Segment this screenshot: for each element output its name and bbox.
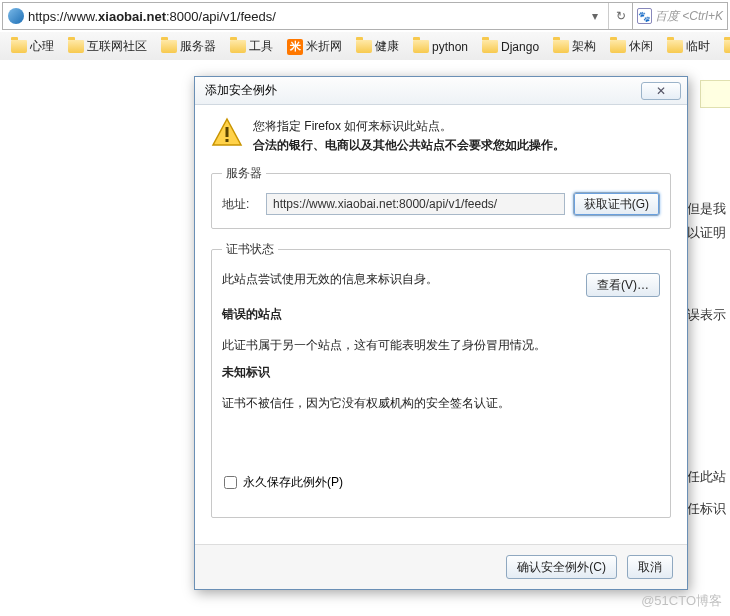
url-host: xiaobai.net	[98, 9, 166, 24]
mi-icon: 米	[287, 39, 303, 55]
folder-icon	[11, 40, 27, 53]
close-icon: ✕	[656, 84, 666, 98]
url-text: https://www.xiaobai.net:8000/api/v1/feed…	[28, 9, 587, 24]
close-button[interactable]: ✕	[641, 82, 681, 100]
security-exception-dialog: 添加安全例外 ✕ 您将指定 Firefox 如何来标识此站点。 合法的银行、电商…	[194, 76, 688, 590]
wrong-site-text: 此证书属于另一个站点，这有可能表明发生了身份冒用情况。	[222, 334, 660, 357]
intro-line1: 您将指定 Firefox 如何来标识此站点。	[253, 117, 565, 136]
svg-rect-2	[226, 139, 229, 142]
cert-status-legend: 证书状态	[222, 241, 278, 258]
globe-icon	[8, 8, 24, 24]
cancel-label: 取消	[638, 560, 662, 574]
permanent-checkbox[interactable]	[224, 476, 237, 489]
get-cert-label: 获取证书(G)	[584, 197, 649, 211]
wrong-site-heading: 错误的站点	[222, 303, 660, 326]
bookmark-item[interactable]: 米米折网	[281, 35, 348, 58]
baidu-icon: 🐾	[637, 8, 652, 24]
search-box[interactable]: 🐾 百度 <Ctrl+K	[632, 3, 727, 29]
bg-text: 任此站	[687, 468, 726, 486]
folder-icon	[161, 40, 177, 53]
permanent-label: 永久保存此例外(P)	[243, 474, 343, 491]
view-certificate-button[interactable]: 查看(V)…	[586, 273, 660, 297]
bookmark-label: 服务器	[180, 38, 216, 55]
bookmark-label: 架构	[572, 38, 596, 55]
search-placeholder: 百度 <Ctrl+K	[655, 8, 723, 25]
bookmark-item[interactable]: 数据库	[718, 35, 730, 58]
bookmark-item[interactable]: python	[407, 37, 474, 57]
unknown-text: 证书不被信任，因为它没有权威机构的安全签名认证。	[222, 392, 660, 415]
address-input[interactable]	[266, 193, 565, 215]
confirm-label: 确认安全例外(C)	[517, 560, 606, 574]
server-fieldset: 服务器 地址: 获取证书(G)	[211, 165, 671, 229]
bookmark-label: Django	[501, 40, 539, 54]
url-prefix: https://www.	[28, 9, 98, 24]
url-field[interactable]: https://www.xiaobai.net:8000/api/v1/feed…	[3, 8, 608, 24]
folder-icon	[553, 40, 569, 53]
reload-button[interactable]: ↻	[608, 3, 632, 29]
server-legend: 服务器	[222, 165, 266, 182]
bookmark-item[interactable]: 临时	[661, 35, 716, 58]
bookmark-item[interactable]: 心理	[5, 35, 60, 58]
folder-icon	[230, 40, 246, 53]
address-label: 地址:	[222, 196, 258, 213]
folder-icon	[610, 40, 626, 53]
bookmark-label: 工具	[249, 38, 273, 55]
unknown-heading: 未知标识	[222, 361, 660, 384]
bg-text: 误表示	[687, 306, 726, 324]
dialog-footer: 确认安全例外(C) 取消	[195, 544, 687, 589]
view-label: 查看(V)…	[597, 278, 649, 292]
intro-row: 您将指定 Firefox 如何来标识此站点。 合法的银行、电商以及其他公共站点不…	[211, 117, 671, 155]
bookmark-label: 临时	[686, 38, 710, 55]
cert-status-body: 此站点尝试使用无效的信息来标识自身。 查看(V)… 错误的站点 此证书属于另一个…	[222, 268, 660, 414]
bookmark-item[interactable]: 架构	[547, 35, 602, 58]
bookmark-item[interactable]: 服务器	[155, 35, 222, 58]
bookmark-label: 互联网社区	[87, 38, 147, 55]
bookmark-label: 米折网	[306, 38, 342, 55]
bookmark-item[interactable]: Django	[476, 37, 545, 57]
folder-icon	[356, 40, 372, 53]
intro-text: 您将指定 Firefox 如何来标识此站点。 合法的银行、电商以及其他公共站点不…	[253, 117, 565, 155]
bg-text: 以证明	[687, 224, 726, 242]
bookmark-item[interactable]: 健康	[350, 35, 405, 58]
notification-strip	[700, 80, 730, 108]
bookmark-item[interactable]: 休闲	[604, 35, 659, 58]
bookmark-label: 心理	[30, 38, 54, 55]
confirm-exception-button[interactable]: 确认安全例外(C)	[506, 555, 617, 579]
url-bar: https://www.xiaobai.net:8000/api/v1/feed…	[2, 2, 728, 30]
bookmark-label: 休闲	[629, 38, 653, 55]
warning-icon	[211, 117, 243, 147]
bookmark-label: python	[432, 40, 468, 54]
folder-icon	[724, 40, 730, 53]
dialog-titlebar[interactable]: 添加安全例外 ✕	[195, 77, 687, 105]
folder-icon	[482, 40, 498, 53]
permanent-checkbox-row: 永久保存此例外(P)	[224, 474, 660, 491]
bookmark-item[interactable]: 互联网社区	[62, 35, 153, 58]
cancel-button[interactable]: 取消	[627, 555, 673, 579]
bookmark-label: 健康	[375, 38, 399, 55]
get-certificate-button[interactable]: 获取证书(G)	[573, 192, 660, 216]
dialog-body: 您将指定 Firefox 如何来标识此站点。 合法的银行、电商以及其他公共站点不…	[195, 105, 687, 544]
watermark: @51CTO博客	[641, 592, 722, 610]
dialog-title: 添加安全例外	[205, 82, 277, 99]
url-suffix: :8000/api/v1/feeds/	[166, 9, 276, 24]
server-row: 地址: 获取证书(G)	[222, 192, 660, 216]
folder-icon	[68, 40, 84, 53]
cert-status-fieldset: 证书状态 此站点尝试使用无效的信息来标识自身。 查看(V)… 错误的站点 此证书…	[211, 241, 671, 518]
bookmark-item[interactable]: 工具	[224, 35, 279, 58]
folder-icon	[667, 40, 683, 53]
intro-line2: 合法的银行、电商以及其他公共站点不会要求您如此操作。	[253, 136, 565, 155]
folder-icon	[413, 40, 429, 53]
bookmarks-bar: 心理互联网社区服务器工具米米折网健康pythonDjango架构休闲临时数据库	[0, 32, 730, 62]
url-dropdown-icon[interactable]: ▾	[587, 9, 603, 23]
svg-rect-1	[226, 127, 229, 137]
bg-text: 任标识	[687, 500, 726, 518]
